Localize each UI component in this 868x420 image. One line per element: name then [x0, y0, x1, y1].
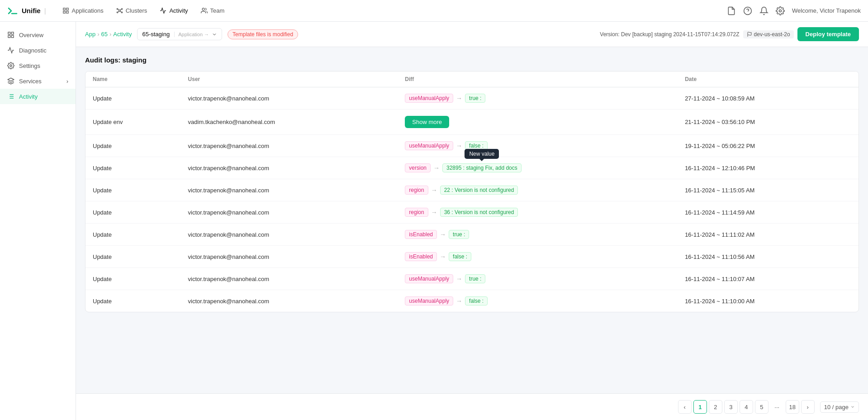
sidebar-services-label: Services	[19, 78, 42, 85]
sidebar-item-activity[interactable]: Activity	[0, 89, 76, 104]
diff-cell: region→36 : Version is not configured	[405, 208, 670, 217]
diff-value-badge: 36 : Version is not configured	[440, 208, 518, 217]
nav-applications-label: Applications	[72, 7, 104, 14]
show-more-button[interactable]: Show more	[405, 116, 449, 128]
diff-key-badge: isEnabled	[405, 252, 437, 261]
version-text: Version: Dev [backup] staging 2024-11-15…	[600, 31, 739, 38]
table-row: Updatevictor.trapenok@nanoheal.comversio…	[85, 157, 859, 179]
pagination-prev[interactable]: ‹	[678, 400, 692, 414]
breadcrumb: App › 65 › Activity	[85, 31, 132, 38]
svg-point-8	[121, 12, 123, 13]
row-date: 16-11-2024 ~ 12:10:46 PM	[678, 157, 859, 179]
table-row: Updatevictor.trapenok@nanoheal.comisEnab…	[85, 224, 859, 246]
document-icon[interactable]	[727, 6, 736, 15]
diff-value-badge: true :	[449, 230, 469, 239]
diff-key-badge: useManualApply	[405, 141, 453, 150]
row-name: Update	[85, 135, 181, 157]
pagination-page-1[interactable]: 1	[693, 400, 707, 414]
table-body: Updatevictor.trapenok@nanoheal.comuseMan…	[85, 87, 859, 312]
row-name: Update	[85, 246, 181, 268]
sidebar-item-overview[interactable]: Overview	[0, 27, 76, 43]
svg-rect-2	[63, 11, 65, 13]
diff-cell: useManualApply→true :	[405, 94, 670, 103]
row-user: victor.trapenok@nanoheal.com	[181, 201, 398, 224]
svg-point-5	[117, 9, 118, 10]
table-row: Updatevictor.trapenok@nanoheal.comuseMan…	[85, 135, 859, 157]
nav-team[interactable]: Team	[195, 5, 230, 17]
sidebar-overview-label: Overview	[19, 32, 43, 38]
row-diff: useManualApply→true :	[398, 268, 678, 290]
diff-cell: region→22 : Version is not configured	[405, 186, 670, 195]
breadcrumb-app[interactable]: App	[85, 31, 95, 38]
row-user: vadim.tkachenko@nanoheal.com	[181, 110, 398, 135]
app-selector[interactable]: 65-staging Application →	[137, 28, 222, 40]
sidebar-item-settings[interactable]: Settings	[0, 58, 76, 73]
svg-point-21	[10, 65, 12, 67]
table-header: Name User Diff Date	[85, 72, 859, 87]
pagination-page-4[interactable]: 4	[740, 400, 753, 414]
sub-header: App › 65 › Activity 65-staging Applicati…	[76, 22, 868, 47]
row-date: 16-11-2024 ~ 11:10:56 AM	[678, 246, 859, 268]
svg-point-16	[779, 10, 782, 12]
table-row: Updatevictor.trapenok@nanoheal.comuseMan…	[85, 290, 859, 312]
breadcrumb-activity: Activity	[113, 31, 132, 38]
sidebar: Overview Diagnostic Settings Services › …	[0, 22, 76, 420]
row-user: victor.trapenok@nanoheal.com	[181, 268, 398, 290]
table-row: Update envvadim.tkachenko@nanoheal.comSh…	[85, 110, 859, 135]
bell-icon[interactable]	[759, 6, 768, 15]
diff-key-badge: useManualApply	[405, 94, 453, 103]
app-selector-name: 65-staging	[142, 31, 170, 38]
nav-applications[interactable]: Applications	[57, 5, 109, 17]
table-row: Updatevictor.trapenok@nanoheal.comregion…	[85, 201, 859, 224]
row-date: 19-11-2024 ~ 05:06:22 PM	[678, 135, 859, 157]
row-diff: Show more	[398, 110, 678, 135]
row-diff: useManualApply→false :	[398, 290, 678, 312]
help-icon[interactable]	[743, 6, 752, 15]
tooltip-container: New value32895 : staging Fix, add docs	[442, 163, 522, 172]
arrow-icon: →	[456, 297, 462, 305]
row-name: Update	[85, 157, 181, 179]
pagination-page-5[interactable]: 5	[755, 400, 768, 414]
sidebar-settings-label: Settings	[19, 62, 40, 69]
user-greeting: Welcome, Victor Trapenok	[792, 7, 861, 14]
deploy-template-button[interactable]: Deploy template	[797, 27, 859, 41]
row-diff: region→22 : Version is not configured	[398, 179, 678, 201]
nav-activity[interactable]: Activity	[154, 5, 193, 17]
row-date: 16-11-2024 ~ 11:10:07 AM	[678, 268, 859, 290]
flag-icon	[747, 32, 752, 37]
row-user: victor.trapenok@nanoheal.com	[181, 157, 398, 179]
row-user: victor.trapenok@nanoheal.com	[181, 290, 398, 312]
diff-value-badge: false :	[465, 296, 488, 305]
layers-icon	[7, 77, 14, 85]
row-diff: version→New value32895 : staging Fix, ad…	[398, 157, 678, 179]
row-name: Update	[85, 87, 181, 110]
pagination-page-3[interactable]: 3	[724, 400, 738, 414]
settings-icon[interactable]	[776, 6, 785, 15]
page-size-selector[interactable]: 10 / page	[820, 401, 859, 413]
diff-value-badge: 32895 : staging Fix, add docs	[442, 163, 522, 172]
svg-rect-20	[11, 35, 14, 38]
top-nav-right: Welcome, Victor Trapenok	[727, 6, 861, 15]
pagination-next[interactable]: ›	[801, 400, 815, 414]
diff-key-badge: isEnabled	[405, 230, 437, 239]
sidebar-diagnostic-label: Diagnostic	[19, 47, 47, 54]
pagination: ‹ 1 2 3 4 5 ··· 18 › 10 / page	[76, 393, 868, 420]
nav-clusters[interactable]: Clusters	[111, 5, 153, 17]
breadcrumb-65[interactable]: 65	[101, 31, 107, 38]
diff-value-badge: false :	[465, 141, 488, 150]
version-info: Version: Dev [backup] staging 2024-11-15…	[600, 27, 859, 41]
diff-value-badge: true :	[465, 94, 485, 103]
pagination-page-18[interactable]: 18	[786, 400, 799, 414]
sidebar-item-diagnostic[interactable]: Diagnostic	[0, 43, 76, 58]
page-size-chevron-icon	[850, 405, 855, 409]
svg-rect-0	[63, 8, 65, 10]
row-diff: isEnabled→false :	[398, 246, 678, 268]
audit-log-table: Name User Diff Date Updatevictor.trapeno…	[85, 71, 859, 312]
logo[interactable]: Unifie |	[7, 5, 46, 16]
sidebar-item-services[interactable]: Services ›	[0, 73, 76, 89]
content-area: Audit logs: staging Name User Diff Date …	[76, 47, 868, 393]
pagination-page-2[interactable]: 2	[709, 400, 722, 414]
diff-cell: isEnabled→false :	[405, 252, 670, 261]
diff-value-badge: false :	[449, 252, 471, 261]
row-name: Update	[85, 179, 181, 201]
